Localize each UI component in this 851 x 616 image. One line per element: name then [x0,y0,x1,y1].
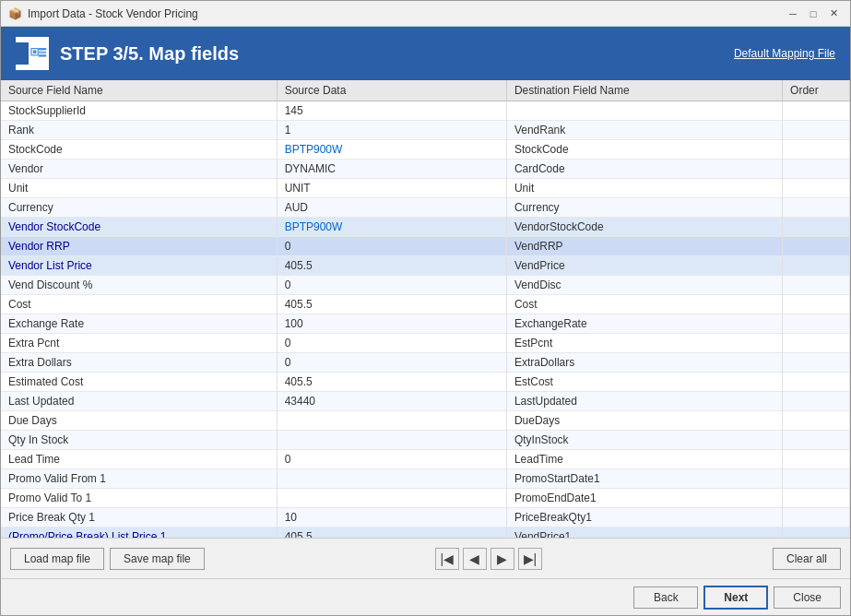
table-row[interactable]: Extra Pcnt0EstPcnt [1,334,850,353]
source-field-cell: Rank [1,121,277,140]
footer-bar: Back Next Close [1,578,850,615]
source-field-cell: Cost [1,295,277,314]
source-data-cell: AUD [277,198,506,218]
source-field-cell: Unit [1,179,277,198]
source-data-cell: 405.5 [277,295,506,314]
col-header-data: Source Data [277,80,506,101]
order-cell [783,489,850,508]
dest-field-cell: VendPrice [506,256,782,276]
load-map-button[interactable]: Load map file [10,548,104,570]
dest-field-cell: LastUpdated [506,392,782,411]
source-field-cell: StockSupplierId [1,101,277,121]
back-button[interactable]: Back [633,586,698,609]
table-row[interactable]: Cost405.5Cost [1,295,850,314]
source-data-cell: 145 [277,101,506,121]
table-row[interactable]: Estimated Cost405.5EstCost [1,373,850,392]
nav-first-button[interactable]: |◀ [435,548,459,570]
svg-rect-5 [39,52,46,53]
order-cell [783,353,850,373]
order-cell [783,314,850,334]
source-data-cell: 0 [277,276,506,295]
table-row[interactable]: StockSupplierId145 [1,101,850,121]
table-header-row: Source Field Name Source Data Destinatio… [1,80,850,101]
field-mapping-table-container: Source Field Name Source Data Destinatio… [1,80,850,538]
source-field-cell: Qty In Stock [1,431,277,450]
maximize-button[interactable]: □ [804,6,822,22]
table-row[interactable]: Lead Time0LeadTime [1,450,850,469]
dest-field-cell: ExchangeRate [506,314,782,334]
source-data-cell [277,489,506,508]
table-row[interactable]: Qty In StockQtyInStock [1,431,850,450]
source-field-cell: Promo Valid To 1 [1,489,277,508]
table-row[interactable]: Rank1VendRank [1,121,850,140]
dest-field-cell: PromoStartDate1 [506,469,782,489]
table-row[interactable]: Vend Discount %0VendDisc [1,276,850,295]
dest-field-cell: VendDisc [506,276,782,295]
dest-field-cell: VendorStockCode [506,218,782,237]
nav-prev-button[interactable]: ◀ [463,548,487,570]
table-row[interactable]: CurrencyAUDCurrency [1,198,850,218]
clear-all-button[interactable]: Clear all [773,548,841,570]
window-icon: 📦 [8,7,22,20]
source-data-cell: 0 [277,237,506,256]
nav-last-button[interactable]: ▶| [518,548,542,570]
source-field-cell: Promo Valid From 1 [1,469,277,489]
order-cell [783,527,850,539]
source-field-cell: Vendor StockCode [1,218,277,237]
minimize-button[interactable]: ─ [784,6,802,22]
table-row[interactable]: StockCodeBPTP900WStockCode [1,140,850,160]
dest-field-cell: CardCode [506,160,782,179]
source-data-cell: UNIT [277,179,506,198]
table-row[interactable]: Extra Dollars0ExtraDollars [1,353,850,373]
table-row[interactable]: Vendor RRP0VendRRP [1,237,850,256]
next-button[interactable]: Next [703,586,768,610]
dest-field-cell: VendRRP [506,237,782,256]
table-row[interactable]: UnitUNITUnit [1,179,850,198]
save-map-button[interactable]: Save map file [110,548,205,570]
source-data-cell [277,411,506,431]
table-row[interactable]: Vendor StockCodeBPTP900WVendorStockCode [1,218,850,237]
order-cell [783,392,850,411]
source-data-cell [277,469,506,489]
source-data-cell: 405.5 [277,527,506,539]
close-button[interactable]: Close [774,586,841,609]
source-field-cell: Vend Discount % [1,276,277,295]
table-row[interactable]: Due DaysDueDays [1,411,850,431]
source-data-cell: 100 [277,314,506,334]
table-row[interactable]: VendorDYNAMICCardCode [1,160,850,179]
order-cell [783,101,850,121]
order-cell [783,469,850,489]
order-cell [783,373,850,392]
dest-field-cell: ExtraDollars [506,353,782,373]
source-field-cell: Currency [1,198,277,218]
table-row[interactable]: Vendor List Price405.5VendPrice [1,256,850,276]
dest-field-cell: Currency [506,198,782,218]
dest-field-cell: Cost [506,295,782,314]
field-mapping-table: Source Field Name Source Data Destinatio… [1,80,850,538]
source-data-cell: 0 [277,334,506,353]
dest-field-cell: QtyInStock [506,431,782,450]
source-field-cell: Last Updated [1,392,277,411]
table-row[interactable]: Price Break Qty 110PriceBreakQty1 [1,508,850,527]
table-row[interactable]: (Promo/Price Break) List Price 1405.5Ven… [1,527,850,539]
table-row[interactable]: Last Updated43440LastUpdated [1,392,850,411]
header-step-title: STEP 3/5. Map fields [60,43,239,65]
source-data-cell: 405.5 [277,373,506,392]
dest-field-cell: EstPcnt [506,334,782,353]
order-cell [783,140,850,160]
source-field-cell: Price Break Qty 1 [1,508,277,527]
header-bar: STEP 3/5. Map fields Default Mapping Fil… [1,27,850,80]
order-cell [783,334,850,353]
table-row[interactable]: Promo Valid From 1PromoStartDate1 [1,469,850,489]
order-cell [783,160,850,179]
source-field-cell: Extra Dollars [1,353,277,373]
source-field-cell: Vendor [1,160,277,179]
table-row[interactable]: Exchange Rate100ExchangeRate [1,314,850,334]
window-title: Import Data - Stock Vendor Pricing [28,7,198,20]
table-row[interactable]: Promo Valid To 1PromoEndDate1 [1,489,850,508]
close-window-button[interactable]: ✕ [824,6,843,22]
nav-next-button[interactable]: ▶ [491,548,514,570]
default-mapping-link[interactable]: Default Mapping File [734,47,835,60]
dest-field-cell: PriceBreakQty1 [506,508,782,527]
header-left: STEP 3/5. Map fields [16,37,239,70]
